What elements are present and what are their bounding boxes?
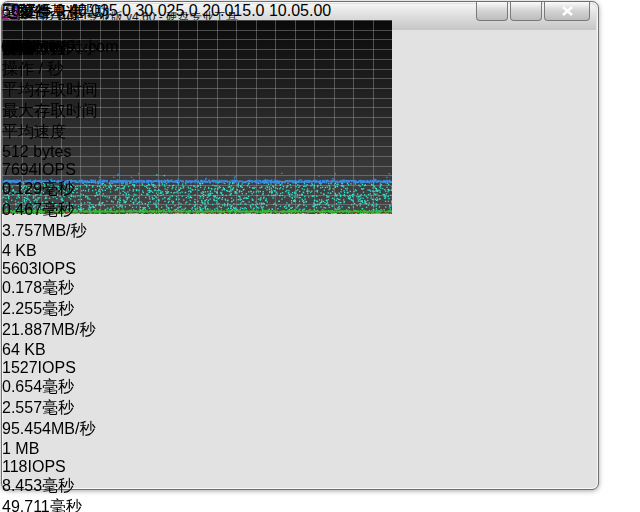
table-header: 传输数据大小 操作 / 秒 平均存取时间 最大存取时间 平均速度 <box>2 38 98 143</box>
y-axis-labels: 50.045.0 40.035.0 30.025.0 20.015.0 10.0… <box>2 2 331 20</box>
results-table: 传输数据大小 操作 / 秒 平均存取时间 最大存取时间 平均速度 512 byt… <box>2 38 98 512</box>
table-row: 64 KB 1527IOPS 0.654毫秒 2.557毫秒 95.454MB/… <box>2 341 98 440</box>
minimize-button[interactable] <box>476 2 508 21</box>
maximize-button[interactable] <box>510 2 542 21</box>
table-row: 4 KB 5603IOPS 0.178毫秒 2.255毫秒 21.887MB/秒 <box>2 242 98 341</box>
close-button[interactable] <box>544 2 590 21</box>
table-row: 1 MB 118IOPS 8.453毫秒 49.711毫秒 118.295MB/ <box>2 440 98 512</box>
hdtune-window: HD Tune 专业版 v4.60 - 硬盘专业工具 [F]文件 [H]帮助 O… <box>1 1 599 490</box>
close-icon <box>562 6 573 16</box>
random-access-page: 毫秒 50.045.0 40.035.0 30.025.0 20.015.0 1… <box>2 2 331 38</box>
window-controls <box>474 2 590 21</box>
table-row: 512 bytes 7694IOPS 0.129毫秒 0.467毫秒 3.757… <box>2 143 98 242</box>
